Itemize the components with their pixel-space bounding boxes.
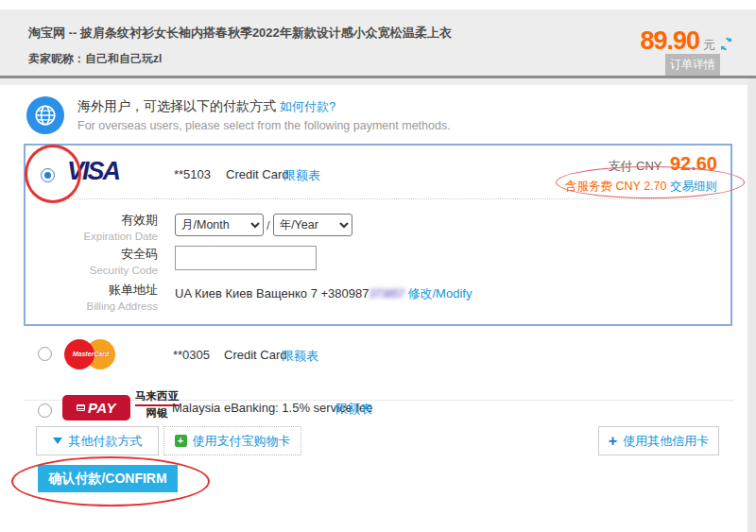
payment-page: 淘宝网 -- 披肩条纹衬衫女长袖内搭春秋季2022年新款设计感小众宽松温柔上衣 … [0, 0, 756, 532]
billing-address-label: 账单地址 Billing Address [26, 282, 158, 312]
transaction-rules-link[interactable]: 交易细则 [670, 180, 717, 193]
mastercard-logo: MasterCard [64, 339, 115, 369]
plus-icon: + [609, 434, 617, 449]
expiration-label: 有效期 Expiration Date [26, 212, 158, 242]
scrollbar-track[interactable] [747, 78, 756, 532]
seller-nickname: 卖家昵称：自己和自己玩zl [28, 51, 162, 67]
order-details-button[interactable]: 订单详情 [665, 54, 720, 76]
service-fee-text: 含服务费 CNY 2.70 [565, 180, 666, 193]
mastercard-card-number: **0305 [173, 348, 210, 362]
pay-amount: 92.60 [670, 153, 717, 174]
order-price: 89.90 元 [640, 26, 733, 56]
mastercard-radio-button[interactable] [38, 347, 52, 361]
price-unit: 元 [703, 37, 715, 54]
globe-icon [26, 96, 64, 134]
refresh-icon[interactable] [719, 37, 733, 55]
use-gift-card-button[interactable]: + 使用支付宝购物卡 [163, 426, 301, 455]
billing-address-value: UA Киев Киев Ващенко 7 +380987373857 修改/… [175, 285, 472, 302]
expiration-controls: 月/Month / 年/Year [175, 214, 352, 236]
molpay-logo-text: PAY [88, 400, 116, 416]
gift-card-icon: + [175, 435, 187, 447]
expiration-separator: / [266, 218, 270, 232]
molpay-limit-link[interactable]: 限额表 [335, 401, 372, 418]
visa-radio-button[interactable] [41, 168, 55, 182]
use-other-card-button[interactable]: + 使用其他信用卡 [598, 426, 719, 455]
chevron-down-icon [53, 438, 62, 444]
how-to-pay-link[interactable]: 如何付款? [280, 99, 335, 113]
visa-limit-link[interactable]: 限额表 [284, 167, 320, 184]
expiration-label-zh: 有效期 [26, 212, 158, 229]
banner-title: 海外用户，可选择以下的付款方式 如何付款? [77, 98, 335, 115]
other-methods-label: 其他付款方式 [69, 433, 143, 450]
mastercard-card-type: Credit Card [224, 348, 286, 362]
header-band: 淘宝网 -- 披肩条纹衬衫女长袖内搭春秋季2022年新款设计感小众宽松温柔上衣 … [0, 9, 756, 85]
molpay-grid-icon [77, 404, 85, 411]
other-payment-methods-button[interactable]: 其他付款方式 [36, 426, 159, 455]
product-title: 淘宝网 -- 披肩条纹衬衫女长袖内搭春秋季2022年新款设计感小众宽松温柔上衣 [28, 25, 558, 42]
billing-phone-redacted: 373857 [369, 286, 404, 300]
payment-summary: 支付 CNY 92.60 含服务费 CNY 2.70 交易细则 [565, 153, 717, 195]
banner-title-text: 海外用户，可选择以下的付款方式 [77, 98, 276, 113]
use-gift-card-label: 使用支付宝购物卡 [193, 433, 291, 450]
visa-card-number: **5103 [174, 167, 211, 181]
expiration-year-select[interactable]: 年/Year [273, 214, 352, 236]
molpay-radio-button[interactable] [38, 403, 52, 418]
expiration-month-select[interactable]: 月/Month [175, 214, 264, 236]
security-code-label: 安全码 Security Code [26, 246, 158, 276]
billing-label-en: Billing Address [26, 300, 158, 312]
mastercard-limit-link[interactable]: 限额表 [282, 348, 318, 365]
price-amount: 89.90 [640, 26, 699, 56]
billing-label-zh: 账单地址 [26, 282, 158, 299]
molpay-logo: PAY [62, 395, 130, 420]
security-label-zh: 安全码 [26, 246, 158, 263]
confirm-payment-button[interactable]: 确认付款/CONFIRM [38, 465, 178, 492]
billing-address-text: UA Киев Киев Ващенко 7 +380987 [175, 286, 369, 300]
banner-subtitle: For overseas users, please select from t… [77, 119, 451, 132]
modify-address-link[interactable]: 修改/Modify [407, 286, 472, 300]
header-divider [0, 76, 756, 78]
security-code-controls [175, 246, 317, 270]
visa-card-type: Credit Card [226, 167, 288, 181]
dotted-divider [68, 198, 718, 199]
visa-logo: VISA [67, 157, 119, 186]
mastercard-logo-text: MasterCard [66, 351, 115, 357]
pay-label: 支付 CNY [608, 159, 662, 173]
visa-payment-option: VISA **5103 Credit Card 限额表 支付 CNY 92.60… [24, 144, 732, 326]
use-other-card-label: 使用其他信用卡 [623, 433, 709, 450]
security-label-en: Security Code [26, 265, 158, 276]
security-code-input[interactable] [175, 246, 317, 270]
expiration-label-en: Expiration Date [26, 231, 158, 242]
